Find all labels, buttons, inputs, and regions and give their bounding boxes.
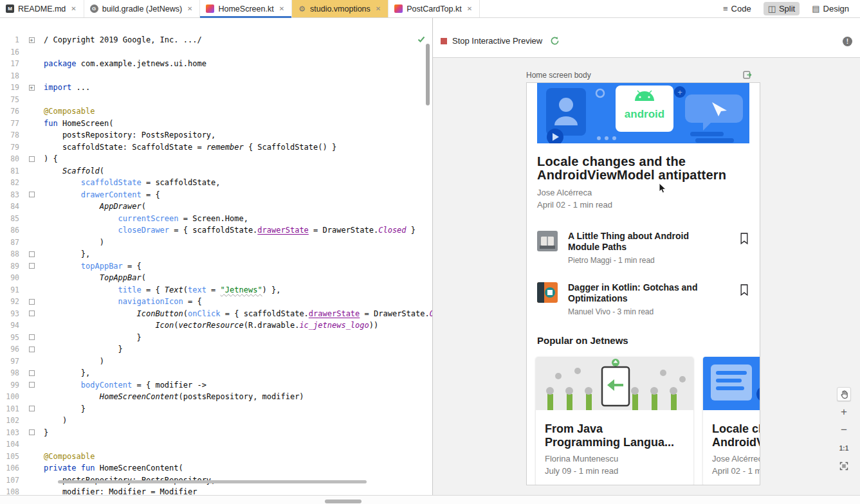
code-text[interactable]: modifier: Modifier = Modifier (37, 487, 197, 495)
close-tab-icon[interactable]: ✕ (466, 4, 473, 13)
post-list-item[interactable]: Dagger in Kotlin: Gotchas and Optimizati… (527, 274, 760, 325)
bookmark-icon[interactable] (739, 232, 749, 245)
code-text[interactable]: }, (37, 368, 90, 377)
fold-marker-icon[interactable]: + (26, 37, 37, 43)
zoom-in-button[interactable]: + (837, 405, 851, 419)
code-editor[interactable]: 1+/ Copyright 2019 Google, Inc. .../1617… (0, 18, 432, 495)
code-text[interactable]: scaffoldState = scaffoldState, (37, 178, 221, 187)
code-text[interactable]: title = { Text(text = "Jetnews") }, (37, 285, 281, 294)
line-number: 102 (0, 416, 26, 425)
fold-marker-icon[interactable] (26, 310, 37, 316)
post-title[interactable]: Locale changes and the AndroidViewModel … (537, 155, 749, 182)
code-text[interactable]: private fun HomeScreenContent( (37, 464, 183, 473)
pan-tool-button[interactable] (837, 387, 851, 401)
fold-marker-icon[interactable] (26, 263, 37, 269)
post-header-image[interactable]: android + (537, 83, 749, 143)
issues-info-icon[interactable]: ! (843, 37, 852, 46)
code-text[interactable]: ) (37, 238, 104, 247)
view-mode-code[interactable]: ≡ Code (718, 2, 756, 15)
close-tab-icon[interactable]: ✕ (278, 4, 286, 13)
code-text[interactable]: postsRepository: PostsRepository, (37, 130, 215, 140)
code-text[interactable]: }, (37, 249, 90, 258)
fold-marker-icon[interactable] (26, 370, 37, 376)
code-text[interactable]: / Copyright 2019 Google, Inc. .../ (37, 35, 202, 44)
code-line: 104 (0, 438, 432, 451)
code-line: 90 TopAppBar( (0, 272, 432, 284)
post-card[interactable]: From Java Programming Langua... Florina … (536, 357, 693, 485)
fold-marker-icon[interactable]: + (26, 85, 37, 91)
fold-marker-icon[interactable] (26, 406, 37, 411)
code-text[interactable]: IconButton(onClick = { scaffoldState.dra… (37, 309, 432, 318)
close-tab-icon[interactable]: ✕ (69, 4, 77, 13)
fold-marker-icon[interactable] (26, 299, 37, 305)
line-number: 90 (0, 273, 26, 282)
refresh-icon[interactable] (550, 36, 560, 46)
line-number: 19 (0, 83, 26, 92)
code-text[interactable]: AppDrawer( (37, 202, 146, 211)
bottom-scrollbar[interactable] (325, 500, 361, 503)
fold-marker-icon[interactable] (26, 251, 37, 257)
tab-postcardtop-kt[interactable]: PostCardTop.kt ✕ (389, 0, 480, 17)
view-mode-design[interactable]: ▤ Design (807, 2, 854, 15)
gradle-file-icon: G (90, 4, 98, 13)
post-card[interactable]: Locale changes and the AndroidViewModel … (703, 357, 760, 485)
fold-marker-icon[interactable] (26, 156, 37, 162)
code-text[interactable]: drawerContent = { (37, 190, 160, 199)
code-text[interactable]: ) (37, 416, 67, 425)
fold-marker-icon[interactable] (26, 346, 37, 352)
post-list-item[interactable]: A Little Thing about Android Module Path… (527, 222, 760, 274)
code-text[interactable]: ) { (37, 154, 58, 163)
code-text[interactable]: Scaffold( (37, 166, 104, 176)
code-text[interactable]: package com.example.jetnews.ui.home (37, 59, 206, 68)
line-number: 79 (0, 143, 26, 152)
tab-label: studio.vmoptions (310, 4, 371, 14)
deploy-preview-icon[interactable] (743, 70, 753, 80)
code-text[interactable]: } (37, 345, 123, 354)
code-text[interactable]: currentScreen = Screen.Home, (37, 214, 248, 223)
code-line: 85 currentScreen = Screen.Home, (0, 213, 432, 225)
fold-marker-icon[interactable] (26, 192, 37, 197)
code-text[interactable]: TopAppBar( (37, 273, 146, 282)
zoom-out-button[interactable]: − (837, 423, 851, 437)
design-surface[interactable]: Home screen body (433, 58, 860, 495)
code-text[interactable]: @Composable (37, 107, 95, 116)
code-text[interactable]: topAppBar = { (37, 262, 142, 271)
code-text[interactable]: scaffoldState: ScaffoldState = remember … (37, 143, 336, 152)
code-line: 98 }, (0, 367, 432, 379)
editor-horizontal-scrollbar[interactable] (58, 480, 367, 483)
code-text[interactable]: Icon(vectorResource(R.drawable.ic_jetnew… (37, 321, 378, 330)
code-line: 105@Composable (0, 451, 432, 463)
code-line: 89 topAppBar = { (0, 260, 432, 273)
code-text[interactable]: } (37, 333, 142, 342)
tab-studio-vmoptions[interactable]: ⚙ studio.vmoptions ✕ (292, 0, 389, 17)
code-text[interactable]: import ... (37, 83, 90, 92)
fold-marker-icon[interactable] (26, 382, 37, 388)
editor-vertical-scrollbar[interactable] (426, 44, 430, 105)
zoom-one-to-one-button[interactable]: 1:1 (837, 441, 851, 455)
code-text[interactable]: ) (37, 357, 104, 366)
code-text[interactable]: } (37, 428, 48, 437)
tab-build-gradle[interactable]: G build.gradle (JetNews) ✕ (84, 0, 201, 17)
tab-readme-md[interactable]: M README.md ✕ (0, 0, 84, 17)
inspections-ok-icon[interactable] (417, 35, 426, 44)
code-text[interactable]: HomeScreenContent(postsRepository, modif… (37, 392, 304, 401)
close-tab-icon[interactable]: ✕ (374, 4, 382, 13)
code-text[interactable]: fun HomeScreen( (37, 119, 113, 128)
close-tab-icon[interactable]: ✕ (186, 4, 194, 13)
line-number: 98 (0, 368, 26, 377)
code-text[interactable]: navigationIcon = { (37, 297, 202, 306)
fold-marker-icon[interactable] (26, 429, 37, 435)
code-text[interactable]: closeDrawer = { scaffoldState.drawerStat… (37, 226, 416, 235)
fold-marker-icon[interactable] (26, 334, 37, 340)
code-text[interactable]: bodyContent = { modifier -> (37, 381, 206, 390)
preview-pane: Stop Interactive Preview ! Home screen b… (432, 18, 860, 495)
code-text[interactable]: @Composable (37, 452, 95, 461)
zoom-to-fit-button[interactable] (837, 459, 851, 473)
view-mode-split[interactable]: ◫ Split (764, 2, 800, 15)
preview-toolbar: Stop Interactive Preview ! (433, 18, 860, 58)
tab-homescreen-kt[interactable]: HomeScreen.kt ✕ (200, 0, 292, 17)
line-number: 1 (0, 35, 26, 44)
bookmark-icon[interactable] (739, 284, 749, 296)
code-text[interactable]: } (37, 404, 86, 413)
stop-interactive-preview-button[interactable]: Stop Interactive Preview (441, 36, 560, 46)
